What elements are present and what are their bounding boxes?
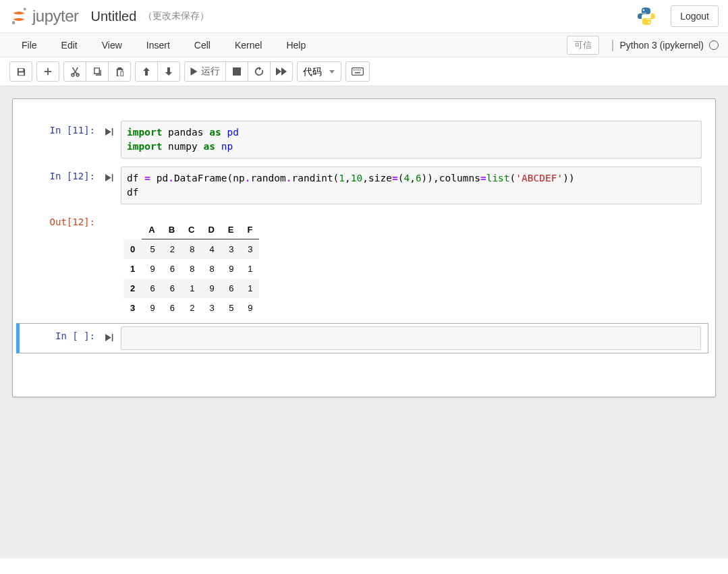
- menu-view[interactable]: View: [90, 34, 134, 56]
- jupyter-logo-icon: [9, 7, 28, 26]
- code-cell[interactable]: In [11]:import pandas as pdimport numpy …: [20, 118, 708, 161]
- run-cell-icon[interactable]: [103, 172, 114, 183]
- menu-help[interactable]: Help: [274, 34, 318, 56]
- table-row: 3962359: [123, 298, 259, 318]
- column-header: D: [201, 221, 221, 239]
- save-status: （更改未保存）: [143, 10, 209, 22]
- kernel-indicator-icon[interactable]: [709, 40, 719, 50]
- menu-insert[interactable]: Insert: [134, 34, 182, 56]
- run-cell-icon[interactable]: [103, 126, 114, 137]
- code-input[interactable]: import pandas as pdimport numpy as np: [121, 121, 702, 159]
- code-cell[interactable]: In [ ]:: [16, 323, 708, 353]
- svg-point-3: [648, 22, 650, 24]
- toolbar: 运行 代码: [0, 57, 728, 86]
- command-palette-button[interactable]: [345, 61, 370, 82]
- svg-rect-5: [352, 68, 364, 76]
- run-cell-icon[interactable]: [103, 332, 114, 343]
- table-row: 2661961: [123, 279, 259, 298]
- run-button[interactable]: 运行: [184, 61, 226, 82]
- column-header: F: [240, 221, 259, 239]
- dataframe-table: ABCDEF0528433196889126619613962359: [123, 221, 259, 318]
- arrow-down-icon: [165, 67, 173, 76]
- output-prompt: Out[12]:: [20, 212, 121, 318]
- restart-icon: [254, 67, 264, 76]
- column-header: B: [162, 221, 181, 239]
- trusted-button[interactable]: 可信: [567, 36, 599, 55]
- cut-button[interactable]: [63, 61, 86, 82]
- jupyter-logo-text: jupyter: [32, 7, 79, 26]
- arrow-up-icon: [142, 67, 150, 76]
- svg-rect-8: [358, 69, 359, 71]
- copy-icon: [92, 67, 103, 77]
- keyboard-icon: [352, 67, 364, 76]
- notebook-name[interactable]: Untitled: [91, 9, 137, 24]
- code-input[interactable]: [121, 326, 701, 350]
- menu-file[interactable]: File: [9, 34, 49, 56]
- menubar: FileEditViewInsertCellKernelHelp 可信 | Py…: [0, 33, 728, 57]
- insert-cell-button[interactable]: [36, 61, 59, 82]
- paste-icon: [115, 67, 125, 77]
- copy-button[interactable]: [86, 61, 109, 82]
- logout-button[interactable]: Logout: [671, 5, 719, 27]
- interrupt-button[interactable]: [225, 61, 248, 82]
- kernel-name: Python 3 (ipykernel): [619, 40, 704, 51]
- celltype-select[interactable]: 代码: [297, 61, 341, 82]
- fast-forward-icon: [276, 67, 287, 76]
- table-row: 1968891: [123, 259, 259, 279]
- jupyter-logo[interactable]: jupyter: [9, 7, 79, 26]
- column-header: E: [221, 221, 241, 239]
- input-prompt: In [11]:: [20, 121, 121, 159]
- menu-cell[interactable]: Cell: [182, 34, 223, 56]
- notebook-container: In [11]:import pandas as pdimport numpy …: [12, 98, 716, 397]
- notebook-area: In [11]:import pandas as pdimport numpy …: [0, 86, 728, 558]
- move-up-button[interactable]: [135, 61, 158, 82]
- move-down-button[interactable]: [157, 61, 180, 82]
- play-icon: [190, 67, 198, 76]
- input-prompt: In [ ]:: [20, 326, 121, 350]
- restart-button[interactable]: [248, 61, 271, 82]
- svg-point-0: [24, 8, 26, 11]
- svg-rect-7: [356, 69, 357, 71]
- svg-rect-4: [233, 67, 241, 76]
- plus-icon: [43, 67, 53, 76]
- svg-rect-10: [355, 72, 360, 74]
- restart-run-all-button[interactable]: [270, 61, 293, 82]
- python-logo-icon: [636, 5, 657, 27]
- notebook-header: jupyter Untitled （更改未保存） Logout: [0, 0, 728, 33]
- svg-point-1: [12, 21, 16, 24]
- stop-icon: [233, 67, 241, 76]
- svg-point-2: [643, 9, 645, 11]
- save-icon: [16, 67, 26, 77]
- table-row: 0528433: [123, 239, 259, 260]
- column-header: A: [142, 221, 161, 239]
- cut-icon: [70, 67, 80, 77]
- output-row: Out[12]:ABCDEF05284331968891266196139623…: [20, 210, 708, 320]
- input-prompt: In [12]:: [20, 167, 121, 204]
- code-cell[interactable]: In [12]:df = pd.DataFrame(np.random.rand…: [20, 164, 708, 207]
- menu-edit[interactable]: Edit: [49, 34, 90, 56]
- paste-button[interactable]: [108, 61, 131, 82]
- code-input[interactable]: df = pd.DataFrame(np.random.randint(1,10…: [121, 167, 702, 204]
- save-button[interactable]: [9, 61, 32, 82]
- menu-kernel[interactable]: Kernel: [223, 34, 274, 56]
- column-header: C: [181, 221, 201, 239]
- svg-rect-6: [354, 69, 355, 71]
- svg-rect-9: [360, 69, 361, 71]
- kernel-separator: |: [611, 38, 615, 52]
